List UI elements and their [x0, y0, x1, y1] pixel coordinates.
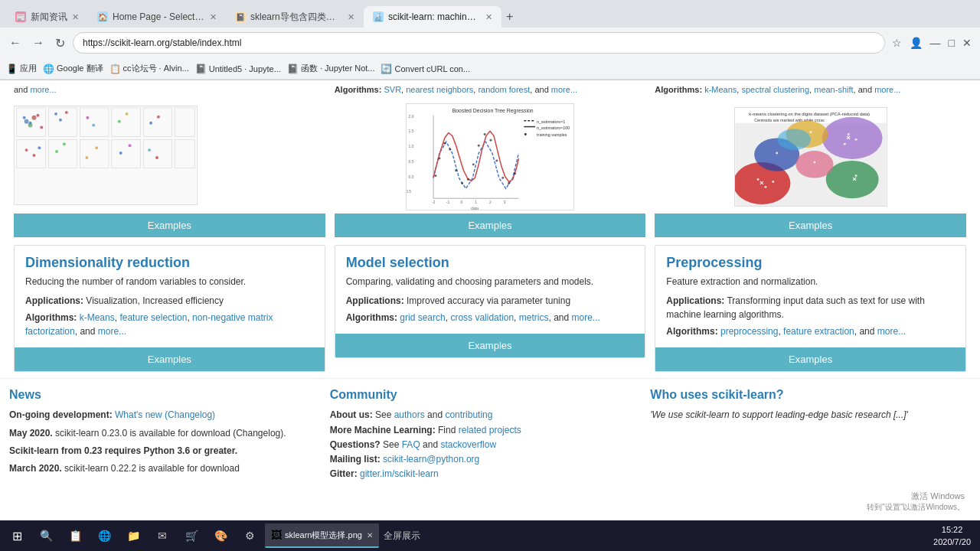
tab-2[interactable]: 🏠 Home Page - Select or create... ✕ — [88, 6, 226, 28]
card-model-selection-apps: Applications: Improved accuracy via para… — [346, 294, 635, 308]
store-button[interactable]: 🛒 — [178, 523, 205, 524]
link-contributing[interactable]: contributing — [445, 409, 492, 420]
footer-news-march: March 2020. scikit-learn 0.22.2 is avail… — [9, 461, 330, 476]
task-view-button[interactable]: 📋 — [61, 523, 89, 524]
svg-text:3: 3 — [504, 201, 506, 204]
examples-button-top-3[interactable]: Examples — [655, 214, 966, 237]
card-model-selection-algos: Algorithms: grid search, cross validatio… — [346, 311, 635, 324]
link-preprocessing[interactable]: preprocessing — [720, 326, 778, 337]
partial-col3-more[interactable]: more... — [874, 85, 900, 94]
card-model-algos-more[interactable]: more... — [572, 312, 600, 323]
new-tab-button[interactable]: + — [501, 10, 518, 24]
partial-col1-more-link[interactable]: more... — [30, 85, 56, 94]
link-metrics[interactable]: metrics — [519, 312, 549, 323]
settings-button[interactable]: ⚙ — [236, 523, 263, 524]
examples-button-top-2[interactable]: Examples — [335, 214, 646, 237]
link-related-projects[interactable]: related projects — [459, 425, 521, 435]
examples-btn-col3: Examples — [650, 214, 971, 237]
bookmark-untitled5[interactable]: 📓 Untitled5 · Jupyte... — [195, 64, 281, 74]
open-app-sklearn[interactable]: 🖼 sklearn模型选择.png ✕ — [265, 523, 379, 524]
svg-point-85 — [795, 151, 833, 178]
edge-button[interactable]: 🌐 — [90, 523, 118, 524]
link-authors[interactable]: authors — [394, 409, 425, 420]
tab-1[interactable]: 📰 新闻资讯 ✕ — [6, 6, 88, 28]
link-kmeans-dim[interactable]: k-Means — [80, 312, 115, 323]
maximize-icon[interactable]: □ — [946, 35, 957, 51]
link-mean-shift[interactable]: mean-shift — [814, 85, 853, 94]
footer-news-python: Scikit-learn from 0.23 requires Python 3… — [9, 444, 330, 458]
examples-button-top-1[interactable]: Examples — [14, 214, 325, 237]
link-svr[interactable]: SVR — [384, 85, 401, 94]
svg-text:2: 2 — [489, 201, 492, 204]
whats-new-link[interactable]: What's new — [115, 409, 162, 420]
minimize-icon[interactable]: — — [928, 35, 943, 51]
explorer-button[interactable]: 📁 — [119, 523, 147, 524]
link-nearest-neighbors[interactable]: nearest neighbors — [406, 85, 473, 94]
bookmark-translate[interactable]: 🌐 Google 翻译 — [43, 63, 103, 74]
link-gitter[interactable]: gitter.im/scikit-learn — [360, 468, 439, 479]
close-window-icon[interactable]: ✕ — [960, 35, 974, 51]
examples-button-dim[interactable]: Examples — [15, 347, 325, 371]
link-cross-validation[interactable]: cross validation — [450, 312, 514, 323]
bookmark-untitled5-label: Untitled5 · Jupyte... — [209, 64, 281, 73]
profile-icon[interactable]: 👤 — [907, 35, 925, 51]
svg-point-31 — [38, 146, 41, 149]
svg-point-67 — [461, 182, 463, 184]
footer-gitter-label: Gitter: — [330, 468, 358, 479]
bookmark-cc[interactable]: 📋 cc论坛号 · Alvin... — [109, 63, 189, 74]
link-kmeans[interactable]: k-Means — [704, 85, 737, 94]
card-dimensionality-algos-more[interactable]: more... — [98, 326, 126, 337]
card-preprocessing-algos-label: Algorithms: — [666, 326, 717, 337]
link-feature-extraction[interactable]: feature extraction — [783, 326, 854, 337]
link-grid-search[interactable]: grid search — [400, 312, 445, 323]
taskbar-clock: 15:22 2020/7/20 — [927, 523, 977, 525]
bookmark-apps[interactable]: 📱 应用 — [6, 63, 37, 74]
tab-3[interactable]: 📓 sklearn导包含四类算法 - Jupy... ✕ — [226, 6, 364, 28]
svg-point-16 — [23, 116, 26, 119]
card-model-algos-label: Algorithms: — [346, 312, 397, 323]
link-random-forest[interactable]: random forest — [478, 85, 530, 94]
bookmark-func[interactable]: 📓 函数 · Jupyter Not... — [287, 63, 375, 74]
examples-button-model[interactable]: Examples — [335, 334, 645, 357]
footer-who-uses: Who uses scikit-learn? 'We use scikit-le… — [650, 388, 971, 481]
bookmark-star-icon[interactable]: ☆ — [890, 35, 904, 51]
tab-3-close[interactable]: ✕ — [348, 12, 354, 22]
changelog-link[interactable]: (Changelog) — [165, 409, 215, 420]
card-model-selection-title: Model selection — [346, 255, 635, 271]
address-bar[interactable] — [73, 32, 885, 54]
svg-point-45 — [524, 133, 527, 135]
tab-2-close[interactable]: ✕ — [210, 12, 217, 22]
tab-1-close[interactable]: ✕ — [72, 12, 79, 22]
svg-point-23 — [86, 116, 89, 119]
back-button[interactable]: ← — [6, 34, 24, 51]
card-preprocessing-algos-more[interactable]: more... — [877, 326, 906, 337]
svg-text:0.0: 0.0 — [409, 174, 414, 178]
search-button[interactable]: 🔍 — [32, 523, 60, 524]
svg-text:1: 1 — [475, 201, 477, 204]
partial-col2-more[interactable]: more... — [551, 85, 577, 94]
activate-windows-text: 激活 Windows — [867, 491, 965, 502]
svg-point-70 — [478, 144, 480, 146]
link-stackoverflow[interactable]: stackoverflow — [440, 439, 496, 450]
svg-point-19 — [40, 126, 43, 129]
vscode-button[interactable]: 🎨 — [207, 523, 234, 524]
examples-button-preprocessing[interactable]: Examples — [655, 347, 965, 371]
mail-button[interactable]: ✉ — [149, 523, 176, 524]
svg-point-65 — [449, 148, 451, 150]
bookmark-curl[interactable]: 🔄 Convert cURL con... — [381, 64, 470, 74]
link-spectral[interactable]: spectral clustering — [741, 85, 809, 94]
svg-text:×: × — [852, 174, 857, 182]
tab-4[interactable]: 🔬 scikit-learn: machine learning ✕ — [364, 6, 501, 28]
svg-point-30 — [32, 154, 35, 157]
link-faq[interactable]: FAQ — [402, 439, 420, 450]
footer-who-uses-title: Who uses scikit-learn? — [650, 388, 971, 402]
examples-btn-col2: Examples — [330, 214, 651, 237]
start-button[interactable]: ⊞ — [3, 523, 31, 524]
forward-button[interactable]: → — [29, 34, 47, 51]
link-mailing-list[interactable]: scikit-learn@python.org — [383, 454, 479, 465]
partial-col1: and more... — [9, 83, 330, 97]
nav-bar: ← → ↻ ☆ 👤 — □ ✕ — [0, 28, 980, 58]
tab-4-close[interactable]: ✕ — [485, 12, 492, 22]
reload-button[interactable]: ↻ — [52, 34, 68, 52]
link-feature-selection[interactable]: feature selection — [119, 312, 187, 323]
